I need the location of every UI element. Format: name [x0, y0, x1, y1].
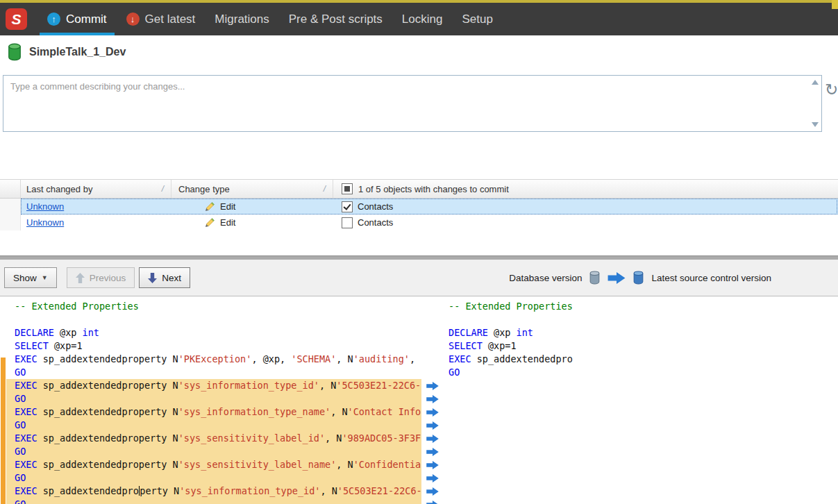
diff-copy-arrow-icon[interactable] — [421, 379, 444, 392]
tab-pre-post-scripts[interactable]: Pre & Post scripts — [279, 3, 392, 35]
tab-label: Commit — [66, 12, 107, 26]
change-type-label: Edit — [220, 201, 235, 212]
code-line: EXEC sp_addextendedproperty N'sys_inform… — [6, 379, 421, 392]
code-line: GO — [6, 419, 421, 432]
code-line: GO — [6, 498, 421, 504]
last-changed-by-cell: Unknown — [21, 215, 171, 230]
refresh-icon[interactable]: ↻ — [825, 81, 838, 99]
column-label: Change type — [178, 184, 230, 194]
row-header-gutter — [0, 180, 21, 198]
object-cell: Contacts — [333, 215, 838, 230]
diff-copy-arrow-icon[interactable] — [421, 445, 444, 458]
source-control-version-icon — [632, 271, 644, 285]
change-type-label: Edit — [220, 217, 235, 228]
column-header-change-type[interactable]: Change type — [171, 180, 333, 198]
sort-indicator-icon — [324, 184, 326, 194]
column-label: Last changed by — [26, 184, 92, 194]
diff-copy-arrow-icon[interactable] — [421, 419, 444, 432]
diff-copy-arrow-icon[interactable] — [421, 432, 444, 445]
gutter-spacer — [421, 313, 444, 326]
tab-commit[interactable]: ↑Commit — [37, 3, 117, 35]
diff-overview-ruler — [0, 296, 6, 504]
edit-pencil-icon — [205, 201, 215, 212]
next-button[interactable]: Next — [139, 267, 190, 288]
arrow-up-icon — [76, 273, 85, 283]
code-line: -- Extended Properties — [444, 300, 838, 313]
source-control-version-pane[interactable]: -- Extended PropertiesDECLARE @xp intSEL… — [444, 296, 838, 504]
diff-copy-arrow-icon[interactable] — [421, 392, 444, 405]
select-all-checkbox[interactable] — [342, 183, 353, 194]
code-line: DECLARE @xp int — [6, 326, 421, 339]
scroll-down-icon[interactable] — [812, 122, 819, 127]
diff-copy-arrow-icon[interactable] — [421, 471, 444, 485]
column-header-last-changed-by[interactable]: Last changed by — [21, 180, 171, 198]
diff-copy-arrow-icon[interactable] — [421, 485, 444, 498]
database-version-icon — [589, 271, 601, 285]
show-dropdown-button[interactable]: Show ▼ — [4, 267, 57, 288]
source-control-version-label: Latest source control version — [651, 273, 771, 283]
last-changed-by-link[interactable]: Unknown — [26, 201, 64, 212]
database-version-label: Database version — [509, 273, 582, 283]
previous-button[interactable]: Previous — [67, 267, 135, 288]
tab-label: Setup — [462, 12, 492, 26]
version-legend: Database version Latest source control v… — [509, 271, 771, 285]
code-line: EXEC sp_addextendedproperty N'sys_sensit… — [6, 458, 421, 471]
commit-up-circle-icon: ↑ — [47, 12, 60, 26]
code-line — [444, 313, 838, 326]
gutter-spacer — [421, 366, 444, 379]
window-corner-accent — [832, 0, 838, 9]
code-line: EXEC sp_addextendedproperty N'sys_inform… — [6, 485, 421, 498]
tab-migrations[interactable]: Migrations — [205, 3, 278, 35]
last-changed-by-link[interactable]: Unknown — [26, 217, 64, 228]
objects-summary: 1 of 5 objects with changes to commit — [358, 184, 509, 194]
object-cell: Contacts — [333, 199, 838, 215]
last-changed-by-cell: Unknown — [21, 199, 171, 215]
grid-rows: Unknown EditContactsUnknown EditContacts — [0, 199, 838, 230]
code-line: GO — [6, 445, 421, 458]
diff-copy-arrow-icon[interactable] — [421, 405, 444, 419]
tab-label: Migrations — [215, 12, 269, 26]
grid-header: Last changed by Change type 1 of 5 objec… — [0, 179, 838, 199]
diff-copy-arrow-icon[interactable] — [421, 498, 444, 504]
chevron-down-icon: ▼ — [42, 274, 48, 281]
code-line: EXEC sp_addextendedproperty N'PKExceptio… — [6, 353, 421, 366]
topbar: S ↑Commit↓Get latestMigrationsPre & Post… — [0, 3, 838, 35]
database-name: SimpleTalk_1_Dev — [29, 46, 126, 58]
grid-row[interactable]: Unknown EditContacts — [0, 215, 838, 230]
previous-label: Previous — [90, 273, 126, 283]
code-line: GO — [6, 366, 421, 379]
app-logo: S — [6, 8, 27, 30]
database-icon — [7, 43, 22, 61]
tab-get-latest[interactable]: ↓Get latest — [117, 3, 206, 35]
object-checkbox[interactable] — [342, 201, 353, 212]
code-line: EXEC sp_addextendedproperty N'sys_sensit… — [6, 432, 421, 445]
tab-label: Pre & Post scripts — [289, 12, 383, 26]
comment-scrollbar[interactable] — [808, 76, 821, 131]
tab-locking[interactable]: Locking — [392, 3, 453, 35]
diff-copy-arrow-icon[interactable] — [421, 458, 444, 471]
grid-row[interactable]: Unknown EditContacts — [0, 199, 838, 215]
scroll-up-icon[interactable] — [812, 80, 819, 85]
code-line: GO — [6, 392, 421, 405]
database-header: SimpleTalk_1_Dev — [0, 35, 838, 68]
comment-input[interactable]: Type a comment describing your changes..… — [3, 75, 822, 132]
app-logo-letter: S — [11, 11, 21, 28]
diff-toolbar: Show ▼ Previous Next Database version La… — [0, 260, 838, 296]
tab-setup[interactable]: Setup — [452, 3, 502, 35]
code-line: GO — [444, 366, 838, 379]
object-checkbox[interactable] — [342, 217, 353, 228]
gutter-spacer — [421, 326, 444, 339]
changed-region-marker — [1, 358, 6, 504]
tab-label: Get latest — [145, 12, 196, 26]
code-line: EXEC sp_addextendedproperty N'sys_inform… — [6, 405, 421, 419]
window-top-accent — [0, 0, 838, 3]
diff-view: -- Extended PropertiesDECLARE @xp intSEL… — [0, 296, 838, 504]
code-line: EXEC sp_addextendedpro — [444, 353, 838, 366]
diff-gutter — [421, 296, 444, 504]
changes-grid: Last changed by Change type 1 of 5 objec… — [0, 179, 838, 230]
gutter-spacer — [421, 300, 444, 313]
code-line: SELECT @xp=1 — [444, 339, 838, 353]
comment-placeholder: Type a comment describing your changes..… — [10, 81, 185, 92]
database-version-pane[interactable]: -- Extended PropertiesDECLARE @xp intSEL… — [6, 296, 421, 504]
show-label: Show — [13, 273, 37, 283]
